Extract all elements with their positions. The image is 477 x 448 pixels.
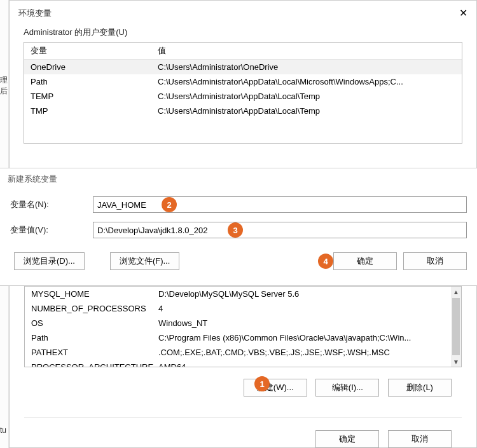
bg-text: tu	[0, 426, 6, 435]
dialog-title: 环境变量	[18, 8, 52, 19]
var-name: MYSQL_HOME	[25, 287, 152, 301]
ok-button[interactable]: 确定	[315, 430, 379, 448]
env-dialog-lower: MYSQL_HOME D:\Develop\MySQL\MySQL Server…	[9, 286, 477, 448]
browse-file-button[interactable]: 浏览文件(F)...	[110, 252, 179, 270]
table-header: 变量 值	[24, 43, 462, 60]
var-value: 4	[152, 301, 461, 316]
table-row[interactable]: OneDrive C:\Users\Administrator\OneDrive	[24, 60, 462, 74]
system-vars-table[interactable]: MYSQL_HOME D:\Develop\MySQL\MySQL Server…	[24, 286, 462, 367]
dialog-title: 新建系统变量	[0, 168, 477, 187]
var-value: C:\Users\Administrator\AppData\Local\Mic…	[151, 74, 462, 89]
var-value: C:\Users\Administrator\OneDrive	[151, 60, 462, 74]
var-value: C:\Users\Administrator\AppData\Local\Tem…	[151, 104, 462, 118]
scroll-down-icon[interactable]: ▼	[451, 356, 461, 367]
var-name: PATHEXT	[25, 345, 152, 360]
var-name: Path	[25, 330, 152, 345]
new-sys-var-dialog: 新建系统变量 变量名(N): 2 变量值(V): 3 浏览目录(D)... 浏览…	[0, 168, 477, 286]
var-value-label: 变量值(V):	[10, 224, 93, 236]
ok-button[interactable]: 确定	[333, 252, 397, 270]
col-header-val[interactable]: 值	[151, 43, 462, 59]
var-name: PROCESSOR_ARCHITECTURE	[25, 360, 152, 367]
var-name: OS	[25, 316, 152, 330]
table-row[interactable]: PATHEXT .COM;.EXE;.BAT;.CMD;.VBS;.VBE;.J…	[25, 345, 461, 360]
table-row[interactable]: TMP C:\Users\Administrator\AppData\Local…	[24, 104, 462, 118]
var-value-input[interactable]	[93, 222, 467, 238]
table-row[interactable]: Path C:\Users\Administrator\AppData\Loca…	[24, 74, 462, 89]
edit-button[interactable]: 编辑(I)...	[315, 379, 379, 397]
cancel-button[interactable]: 取消	[403, 252, 467, 270]
var-value: D:\Develop\MySQL\MySQL Server 5.6	[152, 287, 461, 301]
var-name: TMP	[24, 104, 151, 118]
browse-dir-button[interactable]: 浏览目录(D)...	[14, 252, 85, 270]
var-name: NUMBER_OF_PROCESSORS	[25, 301, 152, 316]
var-name: Path	[24, 74, 151, 89]
new-button[interactable]: 新建(W)...	[244, 379, 307, 397]
var-value: AMD64	[152, 360, 461, 367]
var-value: C:\Program Files (x86)\Common Files\Orac…	[152, 330, 461, 345]
user-vars-table[interactable]: 变量 值 OneDrive C:\Users\Administrator\One…	[24, 42, 462, 144]
var-value: C:\Users\Administrator\AppData\Local\Tem…	[151, 89, 462, 104]
table-row[interactable]: PROCESSOR_ARCHITECTURE AMD64	[25, 360, 461, 367]
table-row[interactable]: OS Windows_NT	[25, 316, 461, 330]
var-value: .COM;.EXE;.BAT;.CMD;.VBS;.VBE;.JS;.JSE;.…	[152, 345, 461, 360]
var-name-label: 变量名(N):	[10, 199, 93, 210]
scroll-thumb[interactable]	[452, 298, 460, 355]
var-name-input[interactable]	[93, 196, 467, 213]
dialog-button-row: 浏览目录(D)... 浏览文件(F)... 4 确定 取消	[0, 247, 477, 278]
dialog-titlebar: 环境变量 ✕	[10, 1, 476, 23]
var-name-row: 变量名(N): 2	[10, 196, 467, 213]
close-icon[interactable]: ✕	[459, 7, 467, 19]
var-value: Windows_NT	[152, 316, 461, 330]
scroll-up-icon[interactable]: ▲	[451, 287, 461, 297]
var-value-row: 变量值(V): 3	[10, 222, 467, 238]
scrollbar-vertical[interactable]: ▲ ▼	[451, 287, 461, 367]
table-row[interactable]: TEMP C:\Users\Administrator\AppData\Loca…	[24, 89, 462, 104]
col-header-var[interactable]: 变量	[24, 43, 151, 59]
sys-vars-button-row: 1 新建(W)... 编辑(I)... 删除(L)	[24, 375, 462, 404]
var-name: TEMP	[24, 89, 151, 104]
user-vars-label: Administrator 的用户变量(U)	[10, 23, 476, 41]
table-row[interactable]: MYSQL_HOME D:\Develop\MySQL\MySQL Server…	[25, 287, 461, 301]
dialog-footer-buttons: 确定 取消	[24, 426, 462, 448]
var-name: OneDrive	[24, 60, 151, 74]
cancel-button[interactable]: 取消	[388, 430, 452, 448]
bg-text: 理后	[0, 75, 8, 97]
delete-button[interactable]: 删除(L)	[388, 379, 452, 397]
table-row[interactable]: Path C:\Program Files (x86)\Common Files…	[25, 330, 461, 345]
table-row[interactable]: NUMBER_OF_PROCESSORS 4	[25, 301, 461, 316]
